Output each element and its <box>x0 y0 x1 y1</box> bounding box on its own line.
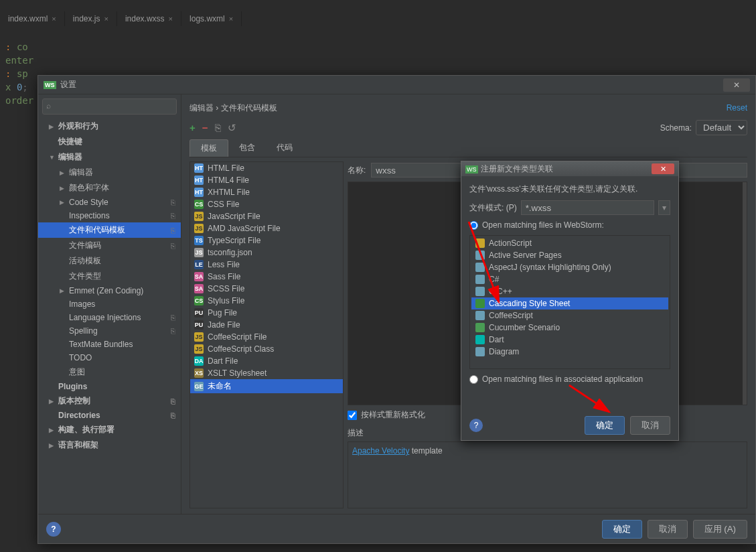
copy-button[interactable]: ⎘ <box>215 122 221 133</box>
cancel-button[interactable]: 取消 <box>648 520 688 539</box>
velocity-link[interactable]: Apache Velocity <box>352 446 409 456</box>
tree-item[interactable]: ▶Code Style⎘ <box>38 196 181 209</box>
tree-item[interactable]: Directories⎘ <box>38 409 181 422</box>
filetype-list-item[interactable]: Cascading Style Sheet <box>471 297 668 309</box>
tree-item[interactable]: Plugins <box>38 380 181 393</box>
template-list-item[interactable]: SASCSS File <box>190 283 343 295</box>
radio-open-ide-input[interactable] <box>469 221 478 230</box>
close-icon[interactable]: × <box>229 15 233 23</box>
tab-includes[interactable]: 包含 <box>228 139 266 157</box>
tree-item[interactable]: ▼编辑器 <box>38 149 181 165</box>
apply-button[interactable]: 应用 (A) <box>693 520 747 539</box>
template-list-item[interactable]: HTXHTML File <box>190 186 343 198</box>
pattern-input[interactable] <box>521 200 654 215</box>
template-list-item[interactable]: JSAMD JavaScript File <box>190 222 343 234</box>
radio-open-assoc-input[interactable] <box>469 375 478 384</box>
template-list-label: HTML4 File <box>208 176 249 185</box>
help-button[interactable]: ? <box>46 522 61 537</box>
tree-item[interactable]: TextMate Bundles <box>38 338 181 351</box>
close-icon[interactable]: × <box>52 15 56 23</box>
filetype-list-item[interactable]: AspectJ (syntax Highlighting Only) <box>471 261 668 273</box>
filetype-list-item[interactable]: C# <box>471 273 668 285</box>
template-list[interactable]: HTHTML FileHTHTML4 FileHTXHTML FileCSCSS… <box>190 161 344 508</box>
radio-open-ide[interactable]: Open matching files in WebStorm: <box>469 220 670 230</box>
ok-button[interactable]: 确定 <box>585 416 625 435</box>
dialog-title: 设置 <box>60 80 76 89</box>
template-list-item[interactable]: TSTypeScript File <box>190 234 343 247</box>
tree-item[interactable]: ▶构建、执行部署 <box>38 422 181 437</box>
tree-item[interactable]: 文件编码⎘ <box>38 238 181 253</box>
cancel-button[interactable]: 取消 <box>630 416 670 435</box>
remove-button[interactable]: − <box>202 122 208 133</box>
help-button[interactable]: ? <box>469 419 483 432</box>
filetype-list-item[interactable]: ActionScript <box>471 237 668 249</box>
template-list-item[interactable]: XSXSLT Stylesheet <box>190 367 343 379</box>
tree-item[interactable]: Images <box>38 297 181 311</box>
template-list-item[interactable]: LELess File <box>190 259 343 271</box>
tree-item[interactable]: Inspections⎘ <box>38 209 181 222</box>
pattern-row: 文件模式: (P) ▾ <box>469 200 670 215</box>
template-list-item[interactable]: JStsconfig.json <box>190 247 343 259</box>
radio-open-assoc-label: Open matching files in associated applic… <box>482 374 643 384</box>
add-button[interactable]: + <box>190 122 196 133</box>
template-list-item[interactable]: HTHTML File <box>190 162 343 174</box>
scrollbar[interactable] <box>743 182 747 405</box>
filetype-icon <box>475 287 485 296</box>
tree-item[interactable]: Language Injections⎘ <box>38 311 181 324</box>
tree-item[interactable]: TODO <box>38 351 181 364</box>
editor-tab[interactable]: index.wxss× <box>117 11 181 26</box>
tree-item[interactable]: 活动模板 <box>38 253 181 269</box>
template-list-item[interactable]: CSStylus File <box>190 295 343 307</box>
tree-item[interactable]: ▶版本控制⎘ <box>38 393 181 409</box>
filetype-list-item[interactable]: Diagram <box>471 346 668 358</box>
tree-item[interactable]: 意图 <box>38 364 181 380</box>
template-list-item[interactable]: JSCoffeeScript File <box>190 331 343 343</box>
template-list-item[interactable]: SASass File <box>190 271 343 283</box>
template-list-item[interactable]: GE未命名 <box>190 379 343 393</box>
settings-tree[interactable]: ▶外观和行为快捷键▼编辑器▶编辑器▶颜色和字体▶Code Style⎘Inspe… <box>38 119 181 514</box>
tree-item[interactable]: 快捷键 <box>38 134 181 149</box>
radio-open-assoc[interactable]: Open matching files in associated applic… <box>469 374 670 384</box>
search-input[interactable] <box>42 98 177 115</box>
reset-link[interactable]: Reset <box>727 103 747 113</box>
filetype-list-item[interactable]: Active Server Pages <box>471 249 668 261</box>
filetype-list-item[interactable]: Dart <box>471 334 668 346</box>
tree-item[interactable]: ▶编辑器 <box>38 165 181 180</box>
schema-dropdown[interactable]: Default <box>696 120 747 135</box>
close-button[interactable]: ✕ <box>652 163 674 174</box>
template-list-item[interactable]: DADart File <box>190 355 343 367</box>
tree-item[interactable]: Spelling⎘ <box>38 324 181 338</box>
tree-item[interactable]: 文件和代码模板⎘ <box>38 222 181 238</box>
editor-tab[interactable]: index.wxml× <box>0 11 65 26</box>
reformat-label: 按样式重新格式化 <box>361 409 425 421</box>
editor-tab[interactable]: logs.wxml× <box>181 11 242 26</box>
template-list-item[interactable]: HTHTML4 File <box>190 174 343 186</box>
tab-templates[interactable]: 模板 <box>190 139 228 157</box>
tree-item[interactable]: 文件类型 <box>38 269 181 284</box>
template-list-item[interactable]: PUJade File <box>190 319 343 331</box>
pattern-dropdown-button[interactable]: ▾ <box>658 200 670 215</box>
revert-button[interactable]: ↺ <box>228 122 236 134</box>
reformat-checkbox[interactable] <box>348 411 357 420</box>
tab-code[interactable]: 代码 <box>266 139 303 157</box>
editor-tab[interactable]: index.js× <box>65 11 117 26</box>
filetype-list-item[interactable]: Cucumber Scenario <box>471 322 668 334</box>
tree-item[interactable]: ▶语言和框架 <box>38 437 181 453</box>
close-button[interactable]: ✕ <box>723 78 750 92</box>
filetype-icon <box>475 275 485 284</box>
tree-item[interactable]: ▶颜色和字体 <box>38 180 181 196</box>
tree-item[interactable]: ▶外观和行为 <box>38 119 181 134</box>
filetype-icon: LE <box>194 260 204 269</box>
template-list-item[interactable]: PUPug File <box>190 307 343 319</box>
close-icon[interactable]: × <box>104 15 108 23</box>
close-icon[interactable]: × <box>169 15 173 23</box>
template-list-item[interactable]: JSJavaScript File <box>190 210 343 222</box>
ok-button[interactable]: 确定 <box>602 520 642 539</box>
tree-item[interactable]: ▶Emmet (Zen Coding) <box>38 284 181 297</box>
filetype-icon <box>475 263 485 272</box>
filetype-list-item[interactable]: C/C++ <box>471 285 668 297</box>
filetype-list-item[interactable]: CoffeeScript <box>471 309 668 322</box>
template-list-item[interactable]: CSCSS File <box>190 198 343 210</box>
filetype-list[interactable]: ActionScriptActive Server PagesAspectJ (… <box>469 235 670 369</box>
template-list-item[interactable]: JSCoffeeScript Class <box>190 343 343 355</box>
